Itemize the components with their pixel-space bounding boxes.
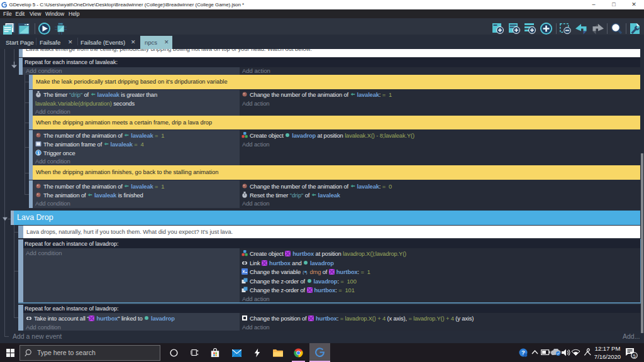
svg-text:5: 5 [633, 353, 636, 359]
svg-text:{: { [303, 269, 304, 275]
svg-text:1: 1 [37, 150, 40, 156]
